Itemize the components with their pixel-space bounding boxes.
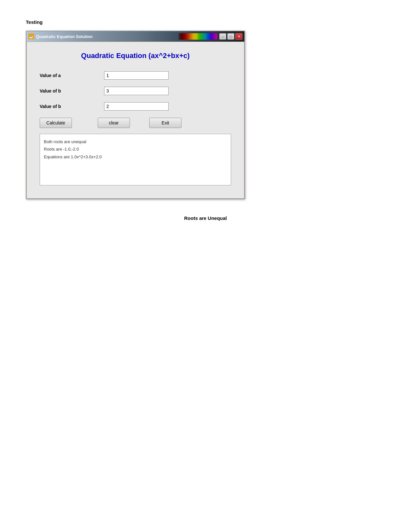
window-content: Quadratic Equation (ax^2+bx+c) Value of … bbox=[26, 42, 244, 199]
title-bar-buttons: – □ ✕ bbox=[219, 33, 242, 40]
application-window: ☕ Quadratic Equation Solution – □ ✕ Quad… bbox=[26, 31, 245, 199]
exit-button[interactable]: Exit bbox=[149, 118, 181, 128]
input-a[interactable] bbox=[104, 71, 169, 80]
app-heading: Quadratic Equation (ax^2+bx+c) bbox=[40, 52, 231, 60]
clear-button[interactable]: clear bbox=[98, 118, 130, 128]
label-b: Value of b bbox=[40, 88, 104, 94]
label-c: Value of b bbox=[40, 104, 104, 109]
maximize-button[interactable]: □ bbox=[227, 33, 234, 40]
label-a: Value of a bbox=[40, 73, 104, 78]
title-bar-text: Quadratic Equation Solution bbox=[36, 34, 177, 39]
title-bar-colorstrip bbox=[179, 33, 217, 40]
calculate-button[interactable]: Calculate bbox=[40, 118, 72, 128]
form-row-c: Value of b bbox=[40, 102, 231, 111]
input-c[interactable] bbox=[104, 102, 169, 111]
title-bar-icon: ☕ bbox=[28, 34, 34, 39]
output-line-2: Roots are -1.0,-2.0 bbox=[44, 145, 227, 153]
bottom-caption: Roots are Unequal bbox=[26, 215, 385, 221]
output-box: Both roots are unequal Roots are -1.0,-2… bbox=[40, 134, 231, 185]
close-button[interactable]: ✕ bbox=[235, 33, 242, 40]
buttons-row: Calculate clear Exit bbox=[40, 118, 231, 128]
output-line-3: Equations are 1.0x^2+3.0x+2.0 bbox=[44, 153, 227, 161]
minimize-button[interactable]: – bbox=[219, 33, 226, 40]
page-title: Testing bbox=[26, 19, 385, 25]
form-row-b: Value of b bbox=[40, 87, 231, 95]
output-line-1: Both roots are unequal bbox=[44, 138, 227, 145]
input-b[interactable] bbox=[104, 87, 169, 95]
form-row-a: Value of a bbox=[40, 71, 231, 80]
title-bar: ☕ Quadratic Equation Solution – □ ✕ bbox=[26, 31, 244, 42]
